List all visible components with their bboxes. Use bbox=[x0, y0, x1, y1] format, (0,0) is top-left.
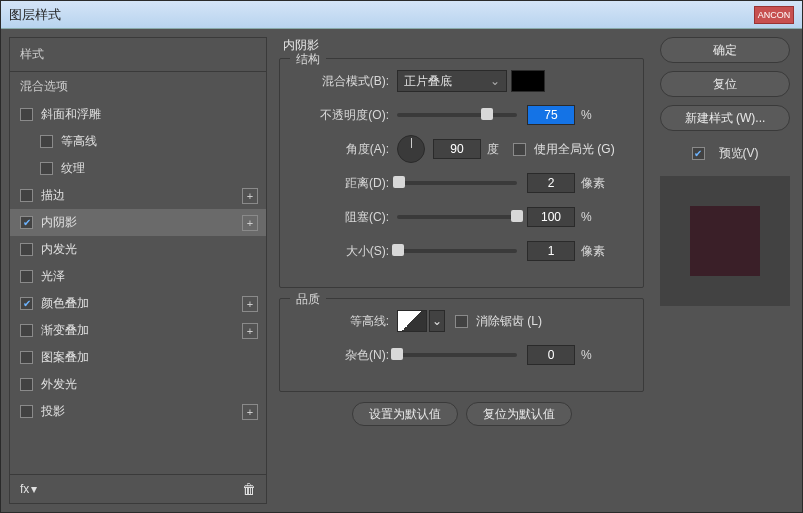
style-item-2[interactable]: 纹理 bbox=[10, 155, 266, 182]
opacity-slider[interactable] bbox=[397, 113, 517, 117]
style-item-8[interactable]: 渐变叠加+ bbox=[10, 317, 266, 344]
angle-unit: 度 bbox=[487, 141, 499, 158]
distance-label: 距离(D): bbox=[294, 175, 389, 192]
style-label: 外发光 bbox=[41, 376, 77, 393]
preview-swatch bbox=[690, 206, 760, 276]
style-label: 渐变叠加 bbox=[41, 322, 89, 339]
add-effect-icon[interactable]: + bbox=[242, 296, 258, 312]
styles-sidebar: 样式 混合选项 斜面和浮雕等高线纹理描边+内阴影+内发光光泽颜色叠加+渐变叠加+… bbox=[9, 37, 267, 504]
new-style-button[interactable]: 新建样式 (W)... bbox=[660, 105, 790, 131]
quality-label: 品质 bbox=[290, 291, 326, 308]
blend-options-heading[interactable]: 混合选项 bbox=[10, 71, 266, 101]
style-label: 颜色叠加 bbox=[41, 295, 89, 312]
make-default-button[interactable]: 设置为默认值 bbox=[352, 402, 458, 426]
settings-panel: 内阴影 结构 混合模式(B): 正片叠底 不透明度(O): 75 % bbox=[279, 37, 644, 504]
style-checkbox[interactable] bbox=[40, 135, 53, 148]
add-effect-icon[interactable]: + bbox=[242, 215, 258, 231]
quality-group: 品质 等高线: ⌄ 消除锯齿 (L) 杂色(N): 0 % bbox=[279, 298, 644, 392]
style-checkbox[interactable] bbox=[20, 216, 33, 229]
style-label: 纹理 bbox=[61, 160, 85, 177]
noise-label: 杂色(N): bbox=[294, 347, 389, 364]
style-label: 等高线 bbox=[61, 133, 97, 150]
add-effect-icon[interactable]: + bbox=[242, 323, 258, 339]
style-label: 斜面和浮雕 bbox=[41, 106, 101, 123]
distance-input[interactable]: 2 bbox=[527, 173, 575, 193]
fx-menu[interactable]: fx bbox=[20, 482, 29, 496]
choke-slider[interactable] bbox=[397, 215, 517, 219]
style-checkbox[interactable] bbox=[20, 108, 33, 121]
style-item-7[interactable]: 颜色叠加+ bbox=[10, 290, 266, 317]
style-item-10[interactable]: 外发光 bbox=[10, 371, 266, 398]
preview-label: 预览(V) bbox=[719, 145, 759, 162]
sidebar-footer: fx▾ 🗑 bbox=[10, 474, 266, 503]
layer-style-dialog: 图层样式 ANCON 样式 混合选项 斜面和浮雕等高线纹理描边+内阴影+内发光光… bbox=[0, 0, 803, 513]
style-checkbox[interactable] bbox=[20, 324, 33, 337]
choke-label: 阻塞(C): bbox=[294, 209, 389, 226]
style-checkbox[interactable] bbox=[20, 297, 33, 310]
style-label: 图案叠加 bbox=[41, 349, 89, 366]
global-light-checkbox[interactable] bbox=[513, 143, 526, 156]
style-label: 投影 bbox=[41, 403, 65, 420]
blend-mode-select[interactable]: 正片叠底 bbox=[397, 70, 507, 92]
size-input[interactable]: 1 bbox=[527, 241, 575, 261]
antialias-checkbox[interactable] bbox=[455, 315, 468, 328]
style-label: 描边 bbox=[41, 187, 65, 204]
trash-icon[interactable]: 🗑 bbox=[242, 481, 256, 497]
add-effect-icon[interactable]: + bbox=[242, 188, 258, 204]
window-title: 图层样式 bbox=[9, 6, 61, 24]
style-checkbox[interactable] bbox=[20, 243, 33, 256]
opacity-unit: % bbox=[581, 108, 592, 122]
opacity-input[interactable]: 75 bbox=[527, 105, 575, 125]
contour-label: 等高线: bbox=[294, 313, 389, 330]
angle-dial[interactable] bbox=[397, 135, 425, 163]
titlebar[interactable]: 图层样式 ANCON bbox=[1, 1, 802, 29]
add-effect-icon[interactable]: + bbox=[242, 404, 258, 420]
style-item-0[interactable]: 斜面和浮雕 bbox=[10, 101, 266, 128]
cancel-button[interactable]: 复位 bbox=[660, 71, 790, 97]
noise-slider[interactable] bbox=[397, 353, 517, 357]
distance-slider[interactable] bbox=[397, 181, 517, 185]
style-checkbox[interactable] bbox=[20, 351, 33, 364]
structure-label: 结构 bbox=[290, 51, 326, 68]
close-button[interactable]: ANCON bbox=[754, 6, 794, 24]
shadow-color-swatch[interactable] bbox=[511, 70, 545, 92]
style-checkbox[interactable] bbox=[20, 189, 33, 202]
noise-unit: % bbox=[581, 348, 592, 362]
style-label: 内阴影 bbox=[41, 214, 77, 231]
fx-chevron-icon[interactable]: ▾ bbox=[31, 482, 37, 496]
global-light-label: 使用全局光 (G) bbox=[534, 141, 615, 158]
size-unit: 像素 bbox=[581, 243, 605, 260]
style-item-3[interactable]: 描边+ bbox=[10, 182, 266, 209]
noise-input[interactable]: 0 bbox=[527, 345, 575, 365]
structure-group: 结构 混合模式(B): 正片叠底 不透明度(O): 75 % 角度(A): bbox=[279, 58, 644, 288]
choke-input[interactable]: 100 bbox=[527, 207, 575, 227]
opacity-label: 不透明度(O): bbox=[294, 107, 389, 124]
styles-heading[interactable]: 样式 bbox=[10, 38, 266, 71]
preview-checkbox[interactable] bbox=[692, 147, 705, 160]
contour-picker[interactable] bbox=[397, 310, 427, 332]
preview-box bbox=[660, 176, 790, 306]
size-slider[interactable] bbox=[397, 249, 517, 253]
style-item-4[interactable]: 内阴影+ bbox=[10, 209, 266, 236]
style-item-9[interactable]: 图案叠加 bbox=[10, 344, 266, 371]
style-checkbox[interactable] bbox=[20, 378, 33, 391]
ok-button[interactable]: 确定 bbox=[660, 37, 790, 63]
angle-input[interactable]: 90 bbox=[433, 139, 481, 159]
style-item-5[interactable]: 内发光 bbox=[10, 236, 266, 263]
style-label: 光泽 bbox=[41, 268, 65, 285]
right-panel: 确定 复位 新建样式 (W)... 预览(V) bbox=[644, 37, 794, 504]
contour-dropdown[interactable]: ⌄ bbox=[429, 310, 445, 332]
reset-default-button[interactable]: 复位为默认值 bbox=[466, 402, 572, 426]
style-item-6[interactable]: 光泽 bbox=[10, 263, 266, 290]
angle-label: 角度(A): bbox=[294, 141, 389, 158]
style-checkbox[interactable] bbox=[20, 405, 33, 418]
style-label: 内发光 bbox=[41, 241, 77, 258]
size-label: 大小(S): bbox=[294, 243, 389, 260]
style-checkbox[interactable] bbox=[40, 162, 53, 175]
style-item-1[interactable]: 等高线 bbox=[10, 128, 266, 155]
blend-mode-label: 混合模式(B): bbox=[294, 73, 389, 90]
style-checkbox[interactable] bbox=[20, 270, 33, 283]
panel-title: 内阴影 bbox=[279, 37, 644, 54]
style-item-11[interactable]: 投影+ bbox=[10, 398, 266, 425]
distance-unit: 像素 bbox=[581, 175, 605, 192]
